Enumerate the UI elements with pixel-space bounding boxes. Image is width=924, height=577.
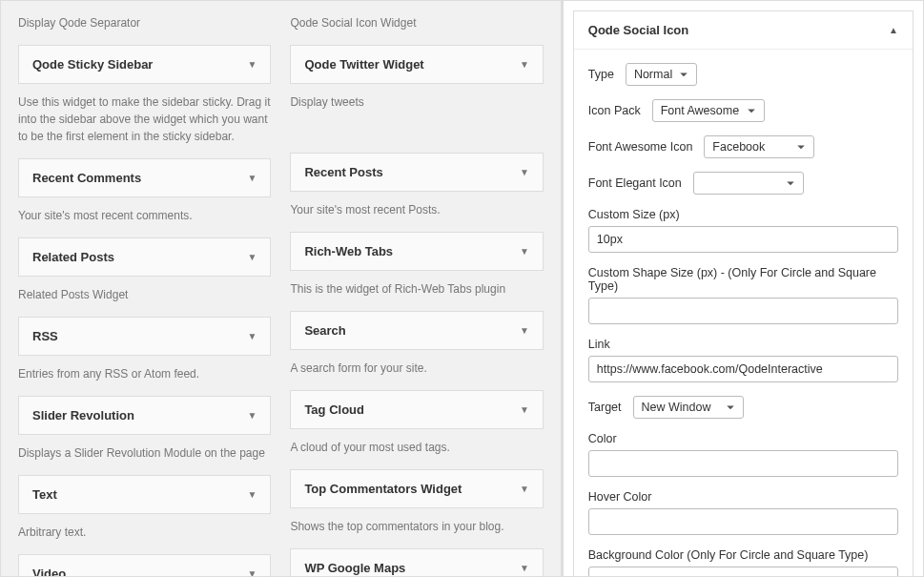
widget-description: Related Posts Widget <box>18 277 271 303</box>
widget-description: Entries from any RSS or Atom feed. <box>18 356 271 382</box>
widget-box[interactable]: Recent Comments▼ <box>18 158 271 197</box>
widget-description: A search form for your site. <box>290 350 543 377</box>
feicon-label: Font Elegant Icon <box>588 176 682 190</box>
widget-description: Qode Social Icon Widget <box>290 14 543 31</box>
faicon-select[interactable]: Facebook <box>704 135 814 158</box>
widget-description: Display Qode Separator <box>18 14 271 31</box>
settings-panel-header[interactable]: Qode Social Icon ▲ <box>574 11 913 50</box>
widget-title: WP Google Maps <box>304 561 405 575</box>
chevron-down-icon: ▼ <box>520 484 529 494</box>
widget-description: Displays a Slider Revolution Module on t… <box>18 435 271 462</box>
chevron-down-icon: ▼ <box>247 331 257 341</box>
iconpack-select[interactable]: Font Awesome <box>652 99 765 122</box>
widget-box[interactable]: WP Google Maps▼ <box>290 548 543 576</box>
widget-box[interactable]: Tag Cloud▼ <box>290 390 543 429</box>
widget-settings-panel: Qode Social Icon ▲ Type Normal Icon Pack… <box>561 1 923 576</box>
chevron-down-icon: ▼ <box>247 568 257 576</box>
chevron-down-icon: ▼ <box>520 404 529 415</box>
widget-box[interactable]: Qode Twitter Widget▼ <box>290 45 543 84</box>
widget-title: Video <box>32 567 66 576</box>
widget-title: Qode Twitter Widget <box>304 57 423 72</box>
widget-title: Related Posts <box>32 250 114 264</box>
chevron-down-icon: ▼ <box>520 325 529 336</box>
widget-box[interactable]: Video▼ <box>18 554 271 576</box>
widget-box[interactable]: Related Posts▼ <box>18 237 271 277</box>
widgets-left-panel: Display Qode SeparatorQode Sticky Sideba… <box>1 1 561 576</box>
widget-box[interactable]: Slider Revolution▼ <box>18 396 271 435</box>
widget-description: This is the widget of Rich-Web Tabs plug… <box>290 271 543 298</box>
iconpack-label: Icon Pack <box>588 104 641 117</box>
bg-label: Background Color (Only For Circle and Sq… <box>588 548 898 562</box>
widget-description: Display tweets <box>290 84 543 111</box>
chevron-down-icon: ▼ <box>247 252 257 262</box>
shapesize-input[interactable] <box>588 298 898 324</box>
chevron-down-icon: ▼ <box>520 246 529 257</box>
widget-box[interactable]: Recent Posts▼ <box>290 153 543 192</box>
shapesize-label: Custom Shape Size (px) - (Only For Circl… <box>588 266 898 293</box>
widget-title: Top Commentators Widget <box>304 482 462 496</box>
chevron-down-icon: ▼ <box>520 563 529 573</box>
widget-description: Arbitrary text. <box>18 514 271 541</box>
widget-box[interactable]: Qode Sticky Sidebar▼ <box>18 45 271 84</box>
widget-box[interactable]: Search▼ <box>290 311 543 350</box>
target-label: Target <box>588 401 622 414</box>
faicon-label: Font Awesome Icon <box>588 140 693 154</box>
widget-title: Slider Revolution <box>32 408 134 422</box>
customsize-label: Custom Size (px) <box>588 208 898 221</box>
type-select[interactable]: Normal <box>626 63 697 86</box>
color-label: Color <box>588 432 898 445</box>
widget-title: RSS <box>32 329 58 343</box>
widget-description: Your site's most recent comments. <box>18 197 271 224</box>
widget-column-1: Display Qode SeparatorQode Sticky Sideba… <box>18 1 271 576</box>
chevron-down-icon: ▼ <box>247 173 257 183</box>
chevron-up-icon: ▲ <box>889 25 898 35</box>
chevron-down-icon: ▼ <box>520 59 529 70</box>
customsize-input[interactable] <box>588 226 898 253</box>
widget-title: Tag Cloud <box>304 402 364 417</box>
chevron-down-icon: ▼ <box>247 410 257 421</box>
type-label: Type <box>588 68 614 81</box>
widget-column-2: Qode Social Icon WidgetQode Twitter Widg… <box>290 1 543 576</box>
widget-description: Shows the top commentators in your blog. <box>290 508 543 535</box>
widget-box[interactable]: RSS▼ <box>18 317 271 356</box>
widget-description: A cloud of your most used tags. <box>290 429 543 456</box>
chevron-down-icon: ▼ <box>247 59 257 70</box>
target-select[interactable]: New Window <box>633 396 744 419</box>
bg-input[interactable] <box>588 567 898 577</box>
widget-title: Recent Comments <box>32 171 141 185</box>
widget-title: Text <box>32 487 57 502</box>
chevron-down-icon: ▼ <box>520 167 529 177</box>
widget-box[interactable]: Rich-Web Tabs▼ <box>290 232 543 271</box>
settings-panel-title: Qode Social Icon <box>588 23 688 37</box>
hover-input[interactable] <box>588 508 898 535</box>
link-label: Link <box>588 338 898 351</box>
widget-box[interactable]: Top Commentators Widget▼ <box>290 469 543 508</box>
hover-label: Hover Color <box>588 490 898 504</box>
chevron-down-icon: ▼ <box>247 489 257 500</box>
color-input[interactable] <box>588 450 898 477</box>
widget-description: Your site's most recent Posts. <box>290 192 543 218</box>
widget-title: Search <box>304 323 345 338</box>
widget-title: Recent Posts <box>304 165 382 179</box>
widget-title: Qode Sticky Sidebar <box>32 57 153 72</box>
widget-description: Use this widget to make the sidebar stic… <box>18 84 271 145</box>
link-input[interactable] <box>588 356 898 382</box>
feicon-select[interactable] <box>693 172 804 195</box>
widget-title: Rich-Web Tabs <box>304 244 393 258</box>
widget-box[interactable]: Text▼ <box>18 475 271 514</box>
